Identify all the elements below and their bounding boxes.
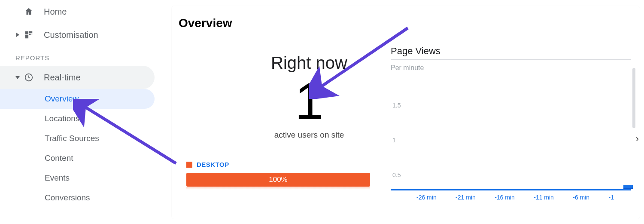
collapse-icon	[15, 76, 20, 79]
svg-rect-0	[25, 31, 28, 34]
sidebar-item-realtime[interactable]: Real-time	[0, 66, 155, 89]
device-percent-bar-fill: 100%	[186, 173, 370, 187]
chart-subtitle: Per minute	[391, 59, 631, 74]
chart-x-axis	[391, 189, 631, 190]
chart-next-icon[interactable]: ›	[636, 133, 639, 144]
sidebar-subitem-conversions[interactable]: Conversions	[0, 188, 167, 208]
active-users-caption: active users on site	[228, 130, 391, 140]
sidebar-subitem-traffic-sources[interactable]: Traffic Sources	[0, 129, 167, 148]
svg-rect-4	[25, 35, 28, 38]
expand-icon	[15, 33, 20, 37]
sidebar-item-home[interactable]: Home	[0, 0, 167, 23]
sidebar-item-label: Real-time	[44, 73, 81, 83]
sidebar-subitem-events[interactable]: Events	[0, 168, 167, 188]
sidebar-subitem-label: Traffic Sources	[45, 134, 99, 143]
x-tick: -21 min	[456, 194, 476, 201]
pageviews-chart: Page Views Per minute 1.5 1 0.5 -26 min …	[391, 46, 631, 209]
sidebar-subitem-label: Events	[45, 173, 70, 183]
x-tick: -16 min	[495, 194, 515, 201]
device-percent-bar-label: 100%	[269, 175, 287, 184]
dashboard-icon	[22, 30, 35, 40]
sidebar-subitem-content[interactable]: Content	[0, 148, 167, 168]
legend-swatch-desktop	[186, 162, 192, 168]
chart-scrollbar-thumb[interactable]	[632, 68, 635, 128]
home-icon	[22, 7, 35, 16]
svg-rect-1	[29, 31, 32, 33]
device-percent-bar: 100%	[186, 173, 370, 187]
chart-bar-last	[623, 185, 633, 189]
chart-plot-area: 1.5 1 0.5 -26 min -21 min -16 min -11 mi…	[391, 74, 631, 203]
right-now-block: Right now 1 active users on site	[228, 53, 391, 140]
sidebar-item-customisation[interactable]: Customisation	[0, 23, 167, 46]
x-tick: -6 min	[573, 194, 589, 201]
x-tick: -26 min	[416, 194, 437, 201]
sidebar-subitem-label: Conversions	[45, 193, 90, 203]
chart-title: Page Views	[391, 46, 631, 57]
sidebar: Home Customisation REPORTS Real-time Ove…	[0, 0, 167, 224]
y-tick: 0.5	[392, 172, 401, 178]
sidebar-subitem-label: Content	[45, 153, 73, 163]
sidebar-subitem-label: Overview	[45, 94, 79, 104]
realtime-subnav: Overview Locations Traffic Sources Conte…	[0, 89, 167, 208]
right-now-heading: Right now	[228, 53, 391, 73]
y-tick: 1.5	[392, 102, 401, 109]
clock-icon	[22, 73, 35, 82]
section-header-reports: REPORTS	[0, 46, 167, 66]
sidebar-subitem-locations[interactable]: Locations	[0, 109, 167, 129]
active-users-count: 1	[228, 75, 391, 127]
sidebar-subitem-label: Locations	[45, 114, 79, 123]
svg-rect-3	[31, 34, 32, 34]
main-panel: Overview Right now 1 active users on sit…	[172, 6, 640, 219]
svg-rect-2	[29, 34, 31, 35]
x-tick: -11 min	[534, 194, 554, 201]
sidebar-item-label: Home	[44, 7, 67, 17]
device-legend: DESKTOP	[186, 161, 229, 168]
chart-x-labels: -26 min -21 min -16 min -11 min -6 min -…	[391, 194, 631, 201]
x-tick: -1	[609, 194, 614, 201]
sidebar-item-label: Customisation	[44, 30, 98, 40]
legend-label-desktop[interactable]: DESKTOP	[197, 161, 229, 168]
sidebar-subitem-overview[interactable]: Overview	[0, 89, 155, 109]
y-tick: 1	[392, 137, 396, 144]
bar-shadow	[186, 187, 370, 190]
page-title: Overview	[179, 16, 232, 30]
